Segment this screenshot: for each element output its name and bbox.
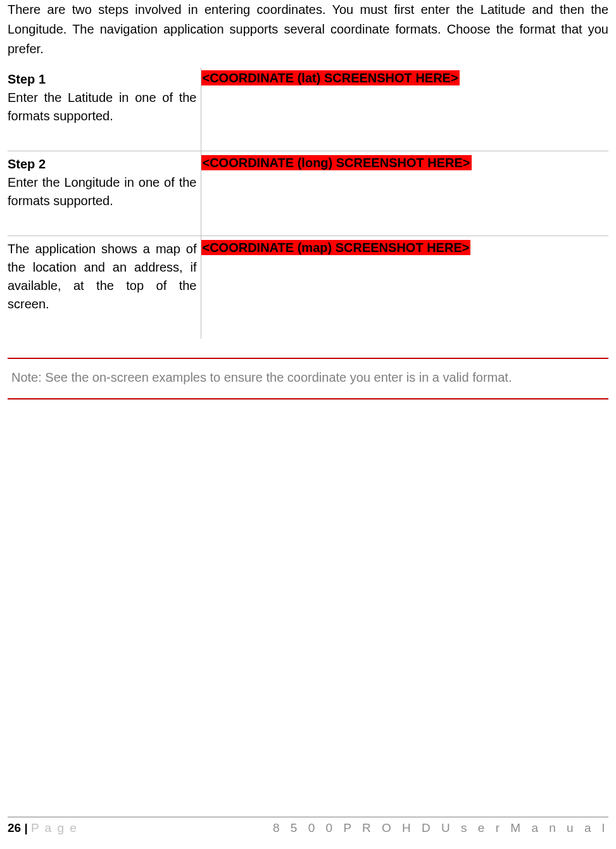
- footer-manual-title: 8 5 0 0 P R O H D U s e r M a n u a l: [273, 821, 608, 835]
- screenshot-cell: <COORDINATE (long) SCREENSHOT HERE>: [201, 151, 608, 236]
- screenshot-cell: <COORDINATE (lat) SCREENSHOT HERE>: [201, 68, 608, 151]
- page-number: 26: [8, 821, 21, 834]
- step-title: Step 2: [8, 155, 197, 173]
- screenshot-cell: <COORDINATE (map) SCREENSHOT HERE>: [201, 236, 608, 339]
- step-description: Enter the Longitude in one of the format…: [8, 173, 197, 210]
- step-cell: Step 2 Enter the Longitude in one of the…: [8, 151, 201, 236]
- footer-page-indicator: 26 | P a g e: [8, 821, 78, 835]
- step-description: The application shows a map of the locat…: [8, 240, 197, 313]
- screenshot-placeholder: <COORDINATE (map) SCREENSHOT HERE>: [201, 240, 471, 255]
- footer-separator: |: [21, 821, 31, 834]
- step-title: Step 1: [8, 70, 197, 89]
- note-box: Note: See the on-screen examples to ensu…: [8, 358, 608, 399]
- steps-table: Step 1 Enter the Latitude in one of the …: [8, 68, 608, 339]
- table-row: Step 2 Enter the Longitude in one of the…: [8, 151, 608, 236]
- step-description: Enter the Latitude in one of the formats…: [8, 89, 197, 125]
- intro-paragraph: There are two steps involved in entering…: [8, 0, 608, 59]
- screenshot-placeholder: <COORDINATE (lat) SCREENSHOT HERE>: [201, 70, 460, 85]
- step-cell: Step 1 Enter the Latitude in one of the …: [8, 68, 201, 151]
- page-footer: 26 | P a g e 8 5 0 0 P R O H D U s e r M…: [8, 817, 608, 835]
- table-row: Step 1 Enter the Latitude in one of the …: [8, 68, 608, 151]
- screenshot-placeholder: <COORDINATE (long) SCREENSHOT HERE>: [201, 155, 472, 170]
- table-row: The application shows a map of the locat…: [8, 236, 608, 339]
- footer-page-word: P a g e: [31, 821, 78, 834]
- step-cell: The application shows a map of the locat…: [8, 236, 201, 339]
